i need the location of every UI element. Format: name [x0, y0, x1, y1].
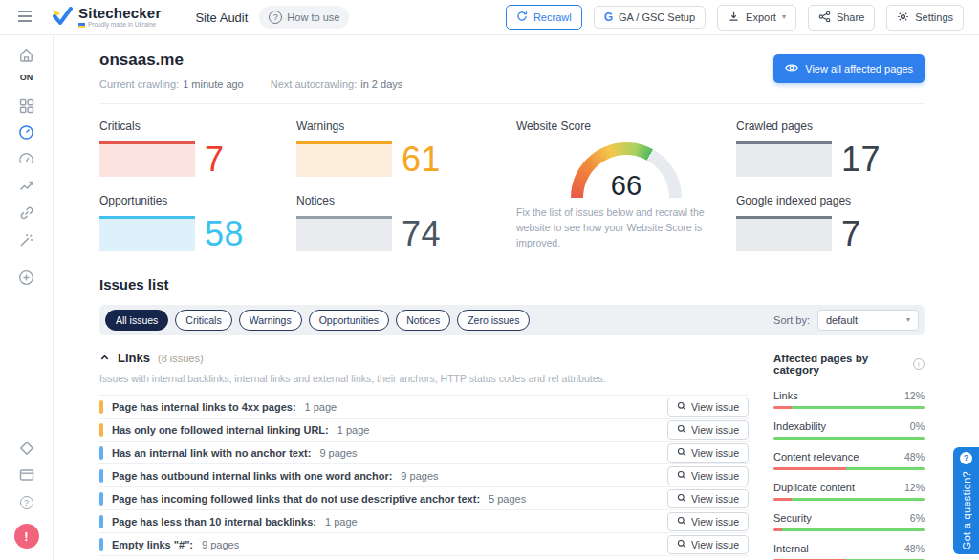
sidebar-item-rank-tracker[interactable] [10, 176, 44, 199]
category-progress-bar [773, 406, 925, 409]
user-avatar[interactable]: ! [14, 524, 39, 549]
hamburger-icon [17, 10, 33, 26]
sidebar-item-home[interactable] [10, 45, 44, 68]
collapse-chevron-icon[interactable] [99, 353, 110, 363]
sidebar-item-billing[interactable] [10, 464, 44, 487]
issue-pages-count: 5 pages [489, 493, 526, 505]
issue-title: Empty links "#": [112, 539, 193, 550]
sort-dropdown[interactable]: default ▾ [817, 310, 919, 331]
issue-row: Has an internal link with no anchor text… [99, 442, 749, 464]
grid-icon [19, 98, 34, 117]
hamburger-menu-button[interactable] [15, 8, 34, 28]
how-to-use-button[interactable]: ? How to use [259, 6, 349, 29]
issues-list-title: Issues list [99, 276, 925, 292]
filter-chip-notices[interactable]: Notices [396, 310, 450, 331]
severity-bar-warning [99, 423, 103, 437]
sidebar-item-upgrade[interactable] [10, 438, 44, 461]
indexed-pages-bar [736, 216, 832, 251]
sitechecker-logo[interactable]: Sitechecker Proudly made in Ukraine [50, 6, 161, 29]
sidebar-item-tools[interactable] [10, 229, 44, 252]
view-issue-button[interactable]: View issue [667, 420, 749, 440]
category-percent: 6% [910, 512, 925, 524]
category-row: Duplicate content12% [773, 482, 925, 501]
search-icon [677, 401, 686, 413]
category-row: Internal48% [773, 543, 925, 560]
filter-chip-warnings[interactable]: Warnings [239, 310, 302, 331]
diamond-icon [19, 441, 34, 459]
domain-title: onsaas.me [99, 51, 402, 70]
sidebar-item-dashboard[interactable] [10, 96, 44, 118]
stat-label: Crawled pages [736, 119, 925, 133]
search-icon [677, 516, 686, 528]
filter-chip-zero-issues[interactable]: Zero issues [457, 310, 530, 331]
issue-row: Empty links "#": 9 pages View issue [99, 533, 749, 556]
export-button[interactable]: Export ▾ [717, 5, 796, 31]
opportunities-bar [99, 216, 195, 251]
category-percent: 0% [910, 420, 925, 432]
filter-chip-criticals[interactable]: Criticals [175, 310, 231, 331]
sidebar-item-help[interactable]: ? [10, 491, 44, 514]
group-title: Links [118, 351, 150, 365]
recrawl-button[interactable]: Recrawl [506, 5, 582, 30]
line-chart-icon [19, 179, 34, 197]
ga-gsc-setup-button[interactable]: G GA / GSC Setup [594, 6, 706, 29]
category-label: Security [773, 512, 812, 524]
search-icon [677, 424, 686, 436]
category-progress-bar [773, 498, 925, 501]
got-a-question-button[interactable]: ? Got a question? [953, 447, 979, 554]
refresh-icon [516, 11, 528, 24]
issue-row: Has only one followed internal linking U… [99, 419, 749, 442]
issue-list: Page has internal links to 4xx pages: 1 … [99, 395, 749, 556]
link-icon [19, 205, 34, 224]
issue-pages-count: 9 pages [202, 539, 239, 550]
settings-button[interactable]: Settings [886, 5, 964, 31]
chevron-down-icon: ▾ [906, 316, 910, 324]
stat-label: Opportunities [99, 194, 296, 207]
severity-bar-notice [99, 515, 103, 528]
site-audit-app: Sitechecker Proudly made in Ukraine Site… [0, 0, 979, 560]
filter-chip-all-issues[interactable]: All issues [105, 310, 168, 331]
sort-value: default [826, 314, 858, 326]
google-g-icon: G [604, 11, 613, 23]
view-issue-button[interactable]: View issue [667, 535, 749, 554]
view-issue-button[interactable]: View issue [667, 512, 749, 531]
add-site-button[interactable] [10, 268, 44, 291]
criticals-value: 7 [205, 142, 225, 177]
website-score-card: Website Score 66 Fix the list of issues … [516, 119, 736, 251]
issue-title: Page has incoming followed links that do… [112, 493, 480, 505]
category-label: Internal [773, 543, 809, 554]
search-icon [677, 447, 686, 459]
filter-chip-opportunities[interactable]: Opportunities [309, 310, 389, 331]
category-progress-bar [773, 467, 925, 470]
category-label: Indexability [773, 420, 826, 432]
info-icon[interactable]: i [913, 358, 925, 370]
speedometer-icon [18, 151, 34, 170]
stat-label: Google indexed pages [736, 194, 925, 207]
sidebar-item-site-audit[interactable] [10, 122, 44, 145]
search-icon [677, 470, 686, 482]
crawl-status: Current crawling:1 minute ago Next autoc… [99, 78, 402, 90]
view-issue-button[interactable]: View issue [667, 466, 749, 485]
crawled-pages-value: 17 [841, 142, 881, 177]
view-issue-button[interactable]: View issue [667, 489, 749, 508]
stat-label: Warnings [296, 119, 516, 133]
view-issue-button[interactable]: View issue [667, 443, 749, 463]
opportunities-value: 58 [205, 217, 244, 251]
issue-row: Page has incoming followed links that do… [99, 487, 749, 510]
logo-tagline: Proudly made in Ukraine [78, 22, 161, 29]
category-label: Duplicate content [773, 482, 855, 493]
website-score-label: Website Score [516, 119, 736, 133]
sidebar-item-site-speed[interactable] [10, 149, 44, 172]
share-button[interactable]: Share [808, 5, 875, 31]
view-issue-button[interactable]: View issue [667, 398, 749, 417]
issue-pages-count: 1 page [337, 424, 370, 436]
stat-crawled-pages: Crawled pages 17 [736, 119, 925, 177]
severity-bar-notice [99, 469, 103, 483]
sidebar-item-backlinks[interactable] [10, 203, 44, 226]
issue-pages-count: 9 pages [319, 447, 357, 459]
monitoring-on-label: ON [20, 73, 33, 82]
top-bar: Sitechecker Proudly made in Ukraine Site… [0, 0, 979, 35]
stat-opportunities: Opportunities 58 [99, 194, 296, 251]
view-affected-pages-button[interactable]: View all affected pages [773, 54, 925, 83]
stat-warnings: Warnings 61 [296, 119, 516, 177]
